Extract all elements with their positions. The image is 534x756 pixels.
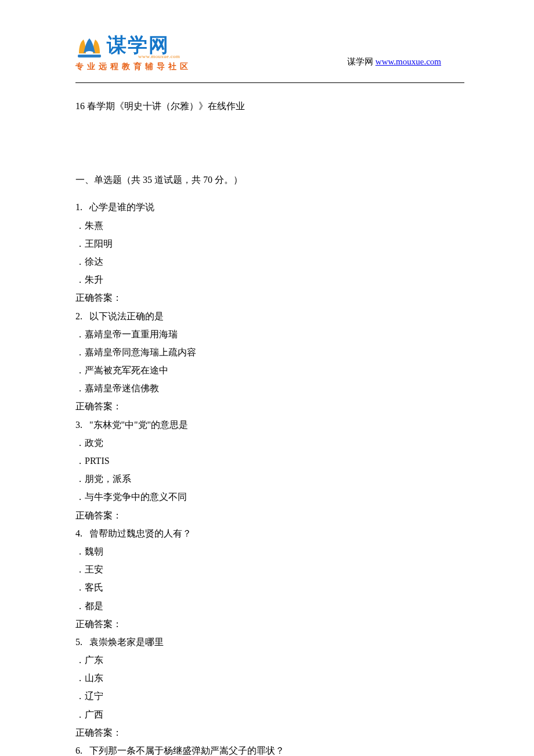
logo-url-small: www.mouxue.com [138,53,180,59]
question-stem: 2. 以下说法正确的是 [75,307,464,325]
header-divider [75,82,464,83]
question-option: ．山东 [75,669,464,687]
question-option: ．王阳明 [75,235,464,253]
question-block: 4. 曾帮助过魏忠贤的人有？．魏朝．王安．客氏．都是正确答案： [75,524,464,633]
question-option: ．客氏 [75,578,464,596]
answer-label: 正确答案： [75,289,464,307]
question-block: 6. 下列那一条不属于杨继盛弹劾严嵩父子的罪状？．怀天下之法度．吴国家之军机．窃… [75,741,464,756]
question-stem: 3. "东林党"中"党"的意思是 [75,416,464,434]
question-option: ．与牛李党争中的意义不同 [75,488,464,506]
header-right: 谋学网 www.mouxue.com [347,56,464,72]
question-block: 5. 袁崇焕老家是哪里．广东．山东．辽宁．广西正确答案： [75,633,464,741]
question-option: ．广西 [75,705,464,723]
question-option: ．严嵩被充军死在途中 [75,361,464,379]
question-block: 1. 心学是谁的学说．朱熹．王阳明．徐达．朱升正确答案： [75,198,464,307]
question-option: ．广东 [75,651,464,669]
question-option: ．朱升 [75,271,464,289]
question-option: ．辽宁 [75,687,464,705]
question-option: ．徐达 [75,253,464,271]
answer-label: 正确答案： [75,397,464,415]
questions-container: 1. 心学是谁的学说．朱熹．王阳明．徐达．朱升正确答案：2. 以下说法正确的是．… [75,198,464,756]
question-option: ．王安 [75,560,464,578]
question-option: ．PRTIS [75,452,464,470]
question-stem: 4. 曾帮助过魏忠贤的人有？ [75,524,464,542]
logo-tagline: 专业远程教育辅导社区 [75,62,192,72]
question-stem: 1. 心学是谁的学说 [75,198,464,216]
question-option: ．都是 [75,597,464,615]
question-option: ．嘉靖皇帝同意海瑞上疏内容 [75,343,464,361]
question-option: ．嘉靖皇帝一直重用海瑞 [75,325,464,343]
question-option: ．嘉靖皇帝迷信佛教 [75,379,464,397]
logo-icon [75,35,103,59]
answer-label: 正确答案： [75,615,464,633]
question-block: 3. "东林党"中"党"的意思是．政党．PRTIS．朋党，派系．与牛李党争中的意… [75,416,464,524]
page-header: 谋学网 www.mouxue.com 专业远程教育辅导社区 谋学网 www.mo… [75,35,464,72]
answer-label: 正确答案： [75,723,464,741]
header-right-prefix: 谋学网 [347,57,376,66]
answer-label: 正确答案： [75,506,464,524]
question-stem: 6. 下列那一条不属于杨继盛弹劾严嵩父子的罪状？ [75,741,464,756]
header-link[interactable]: www.mouxue.com [376,57,441,66]
question-option: ．魏朝 [75,542,464,560]
logo-text: 谋学网 [107,35,180,55]
question-stem: 5. 袁崇焕老家是哪里 [75,633,464,651]
document-title: 16 春学期《明史十讲（尔雅）》在线作业 [75,97,464,115]
logo-block: 谋学网 www.mouxue.com 专业远程教育辅导社区 [75,35,192,72]
section-heading: 一、单选题（共 35 道试题，共 70 分。） [75,171,464,189]
question-block: 2. 以下说法正确的是．嘉靖皇帝一直重用海瑞．嘉靖皇帝同意海瑞上疏内容．严嵩被充… [75,307,464,416]
question-option: ．政党 [75,434,464,452]
question-option: ．朱熹 [75,217,464,235]
document-content: 16 春学期《明史十讲（尔雅）》在线作业 一、单选题（共 35 道试题，共 70… [75,97,464,756]
question-option: ．朋党，派系 [75,470,464,488]
svg-rect-0 [78,55,101,57]
